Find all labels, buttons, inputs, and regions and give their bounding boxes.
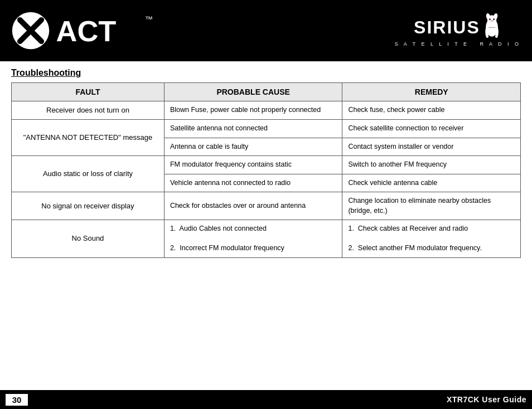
remedy-cell: 1. Check cables at Receiver and radio 2.…	[342, 220, 521, 258]
fault-cell: "ANTENNA NOT DETECTED" message	[12, 120, 165, 156]
svg-point-10	[489, 18, 491, 20]
sirius-text-label: SIRIUS	[414, 18, 480, 36]
table-row: No Sound 1. Audio Cables not connected 2…	[12, 220, 521, 258]
sirius-logo: SIRIUS S A T E L L I T E R A D I O	[395, 15, 521, 47]
table-row: Receiver does not turn on Blown Fuse, po…	[12, 101, 521, 120]
sirius-brand: SIRIUS	[414, 15, 502, 40]
fault-cell: Audio static or loss of clarity	[12, 156, 165, 192]
remedy-cell: Contact system installer or vendor	[342, 138, 521, 156]
remedy-cell: Change location to eliminate nearby obst…	[342, 192, 521, 220]
cause-cell: 1. Audio Cables not connected 2. Incorre…	[164, 220, 342, 258]
xact-logo: ACT ™	[11, 11, 158, 50]
sirius-satellite-label: S A T E L L I T E R A D I O	[395, 41, 521, 47]
remedy-cell: Check vehicle antenna cable	[342, 174, 521, 192]
cause-cell: Vehicle antenna not connected to radio	[164, 174, 342, 192]
table-row: No signal on receiver display Check for …	[12, 192, 521, 220]
cause-cell: Check for obstacles over or around anten…	[164, 192, 342, 220]
table-row: "ANTENNA NOT DETECTED" message Satellite…	[12, 120, 521, 138]
fault-cell: No signal on receiver display	[12, 192, 165, 220]
footer: 30 XTR7CK User Guide	[0, 390, 532, 409]
cause-cell: FM modulator frequency contains static	[164, 156, 342, 174]
table-header-row: FAULT PROBABLE CAUSE REMEDY	[12, 83, 521, 101]
section-title: Troubleshooting	[11, 68, 521, 78]
cause-cell: Blown Fuse, power cable not properly con…	[164, 101, 342, 120]
svg-point-12	[490, 20, 493, 22]
svg-text:ACT: ACT	[56, 14, 117, 47]
header-fault: FAULT	[12, 83, 165, 101]
header: ACT ™ SIRIUS S A T E L L I T E R	[0, 0, 532, 61]
footer-page-number: 30	[6, 394, 28, 406]
xact-logo-svg: ACT ™	[11, 11, 158, 50]
cause-cell: Satellite antenna not connected	[164, 120, 342, 138]
cause-cell: Antenna or cable is faulty	[164, 138, 342, 156]
svg-point-11	[493, 18, 495, 20]
remedy-cell: Check satellite connection to receiver	[342, 120, 521, 138]
header-remedy: REMEDY	[342, 83, 521, 101]
fault-cell: No Sound	[12, 220, 165, 258]
table-row: Audio static or loss of clarity FM modul…	[12, 156, 521, 174]
svg-text:™: ™	[145, 14, 153, 23]
footer-guide-title: XTR7CK User Guide	[447, 395, 526, 404]
main-content: Troubleshooting FAULT PROBABLE CAUSE REM…	[0, 61, 532, 390]
troubleshooting-table: FAULT PROBABLE CAUSE REMEDY Receiver doe…	[11, 82, 521, 258]
header-cause: PROBABLE CAUSE	[164, 83, 342, 101]
fault-cell: Receiver does not turn on	[12, 101, 165, 120]
remedy-cell: Switch to another FM frequency	[342, 156, 521, 174]
remedy-cell: Check fuse, check power cable	[342, 101, 521, 120]
sirius-mascot-icon	[482, 12, 502, 40]
